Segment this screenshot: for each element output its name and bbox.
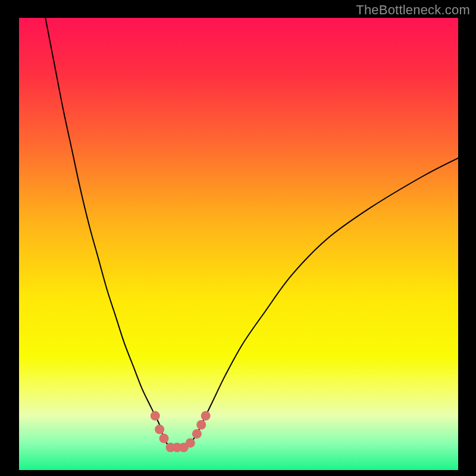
chart-frame: TheBottleneck.com [0,0,476,476]
highlight-dot [196,420,206,430]
watermark-text: TheBottleneck.com [356,2,470,18]
highlight-dot [186,438,195,447]
highlight-dot [201,411,211,421]
bottleneck-chart [0,0,476,476]
highlight-dot [192,429,202,439]
highlight-dot [151,411,160,421]
plot-background [19,18,458,470]
highlight-dot [159,434,169,443]
highlight-dot [155,425,164,434]
